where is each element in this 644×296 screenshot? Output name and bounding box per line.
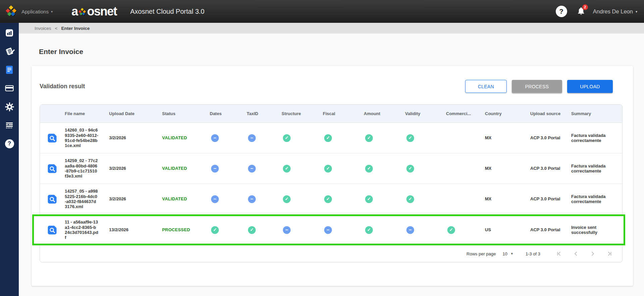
breadcrumb-invoices-link[interactable]: Invoices	[35, 26, 51, 31]
dash-icon: −	[211, 195, 219, 203]
top-navbar: Applications ▾ a osnet Axosnet Cloud Por…	[0, 0, 644, 23]
caret-down-icon: ▾	[636, 10, 637, 13]
summary: Invoice sent successfully	[569, 222, 624, 238]
previous-page-button[interactable]	[573, 250, 579, 257]
validation-cell-structure: ✓	[280, 162, 321, 175]
summary: Factura validada correctamente	[569, 191, 622, 207]
column-header: Country	[483, 111, 528, 116]
status-label: VALIDATED	[160, 163, 208, 174]
validation-cell-taxid: −	[245, 162, 280, 175]
table-header-row: File nameUpload DateStatusDatesTaxIDStru…	[40, 105, 622, 123]
upload-source: ACP 3.0 Portal	[528, 163, 569, 174]
portal-title: Axosnet Cloud Portal 3.0	[130, 8, 204, 15]
validation-cell-fiscal: ✓	[321, 193, 362, 206]
applications-label: Applications	[21, 9, 49, 14]
check-icon: ✓	[365, 134, 373, 142]
check-icon: ✓	[248, 226, 256, 234]
file-magnifier-icon	[48, 195, 57, 204]
sidebar-item-dashboard[interactable]	[4, 28, 15, 38]
breadcrumb-current: Enter Invoice	[61, 26, 90, 31]
upload-date: 3/2/2026	[107, 133, 160, 143]
notifications-button[interactable]: 2	[577, 6, 586, 17]
pagination-range: 1-3 of 3	[526, 251, 540, 256]
table-row: 14257_05 - a9985225-216b-4dc0-a032-f8446…	[40, 184, 622, 214]
country: US	[483, 225, 528, 235]
last-page-icon	[606, 250, 613, 257]
check-icon: ✓	[211, 226, 219, 234]
process-button[interactable]: PROCESS	[512, 80, 562, 93]
notepad-pencil-icon	[4, 46, 15, 57]
chevron-left-icon	[573, 250, 579, 257]
upload-date: 13/2/2026	[107, 225, 160, 235]
check-icon: ✓	[324, 134, 332, 142]
sidebar-item-payments[interactable]	[4, 84, 15, 93]
notification-badge: 2	[582, 4, 588, 10]
check-icon: ✓	[365, 195, 373, 203]
check-icon: ✓	[406, 165, 414, 172]
clean-button[interactable]: CLEAN	[465, 80, 507, 93]
column-header: Structure	[280, 111, 321, 116]
rows-per-page-select[interactable]: 10 ▼	[503, 251, 513, 256]
axosnet-logo-icon	[5, 5, 17, 18]
check-icon: ✓	[324, 165, 332, 172]
preview-file-button[interactable]	[40, 192, 63, 206]
first-page-button[interactable]	[556, 250, 562, 257]
dash-icon: −	[248, 195, 256, 203]
help-button[interactable]: ?	[556, 6, 567, 17]
table-row: 14259_02 - 77c2aa9a-80bd-4806-87b9-c1c71…	[40, 153, 622, 184]
caret-down-icon: ▾	[51, 10, 53, 13]
column-header: Validity	[403, 111, 444, 116]
upload-date: 3/2/2026	[107, 194, 160, 204]
validation-cell-amount: ✓	[362, 224, 403, 237]
sidebar-item-register-invoice[interactable]	[4, 47, 15, 56]
breadcrumb-separator: <	[55, 26, 58, 31]
bar-chart-icon	[5, 29, 14, 37]
preview-file-button[interactable]	[40, 131, 63, 145]
applications-menu[interactable]: Applications ▾	[21, 9, 53, 14]
upload-source: ACP 3.0 Portal	[528, 225, 569, 235]
sidebar-item-batch-list[interactable]	[4, 120, 15, 130]
dash-icon: −	[283, 226, 291, 234]
check-icon: ✓	[406, 134, 414, 142]
validation-cell-amount: ✓	[362, 162, 403, 175]
table-row: 14260_03 - 94c69335-2e60-4012-91cd-fe54b…	[40, 123, 622, 153]
file-magnifier-icon	[48, 134, 57, 143]
column-header: Upload source	[528, 111, 569, 116]
chevron-right-icon	[589, 250, 596, 257]
validation-cell-amount: ✓	[362, 132, 403, 145]
validation-cell-validity: ✓	[403, 193, 444, 206]
upload-button[interactable]: UPLOAD	[567, 80, 613, 93]
last-page-button[interactable]	[606, 250, 613, 257]
list-rows-icon	[5, 120, 14, 130]
sidebar-item-settings[interactable]	[4, 102, 15, 111]
check-icon: ✓	[324, 195, 332, 203]
validation-cell-commercial	[444, 196, 483, 202]
document-icon	[5, 65, 14, 75]
validation-cell-validity: ✓	[403, 162, 444, 175]
page-title: Enter Invoice	[39, 48, 644, 56]
check-icon: ✓	[283, 195, 291, 203]
preview-file-button[interactable]	[40, 161, 63, 176]
dash-icon: −	[406, 226, 414, 234]
preview-file-button[interactable]	[40, 223, 63, 237]
upload-date: 3/2/2026	[107, 163, 160, 174]
column-header: Summary	[569, 111, 622, 116]
validation-cell-commercial: ✓	[444, 224, 483, 237]
table-row-highlighted: 11 - a56aaf9e-13a1-4cc2-8365-b24c3d70164…	[32, 214, 625, 245]
user-menu[interactable]: Andres De Leon ▾	[593, 8, 637, 15]
file-magnifier-icon	[48, 164, 57, 173]
dash-icon: −	[211, 134, 219, 142]
sidebar-item-enter-invoice[interactable]	[4, 65, 15, 75]
check-icon: ✓	[283, 165, 291, 172]
summary: Factura validada correctamente	[569, 161, 622, 177]
file-name: 14260_03 - 94c69335-2e60-4012-91cd-fe54b…	[63, 125, 107, 151]
rows-per-page-value: 10	[503, 251, 507, 256]
country: MX	[483, 133, 528, 143]
validation-cell-taxid: −	[245, 132, 280, 145]
validation-cell-commercial	[444, 166, 483, 171]
next-page-button[interactable]	[589, 250, 596, 257]
file-magnifier-icon	[48, 226, 57, 235]
validation-cell-dates: −	[208, 193, 245, 206]
sidebar-item-help[interactable]: ?	[4, 139, 15, 148]
validation-cell-dates: ✓	[208, 224, 245, 237]
